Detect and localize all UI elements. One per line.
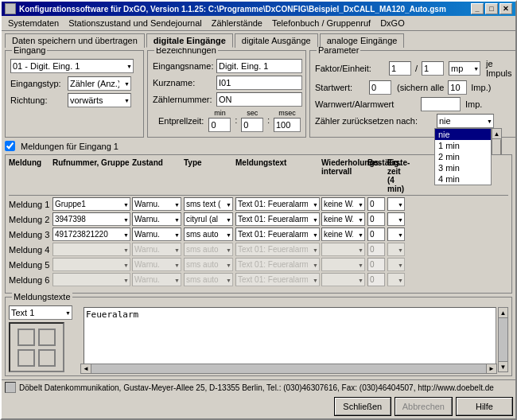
msg-wiederhol-select-5[interactable] [321,273,365,286]
msg-meldtext-0[interactable]: Text 01: Feueralarm [235,197,321,211]
msg-meldtext-3[interactable]: Text 01: Feueralarm [235,243,321,256]
msg-meldtext-select-5[interactable]: Text 01: Feueralarm [235,273,320,286]
zaehler-select[interactable]: nie 1 min 2 min 3 min 4 min [437,114,494,128]
msg-zustand-1[interactable]: Warnu. [132,212,184,226]
msg-wiederhol-select-2[interactable]: keine W. [321,228,365,241]
menu-zaehlerstande[interactable]: Zählerstände [207,17,267,29]
msg-type-select-2[interactable]: sms auto [184,228,233,241]
msg-best-input-2[interactable] [367,228,385,241]
abbrechen-button[interactable]: Abbrechen [395,398,452,415]
msg-ers-select-5[interactable] [387,273,405,286]
msg-wiederhol-4[interactable] [321,258,367,271]
msg-ers-2[interactable] [387,228,407,241]
msg-ers-select-4[interactable] [387,258,405,271]
msg-best-4[interactable] [367,258,387,271]
msg-rufnr-select-4[interactable] [52,258,130,271]
msg-type-select-5[interactable]: sms auto [184,273,233,286]
msg-ers-select-3[interactable] [387,243,405,256]
msg-wiederhol-select-3[interactable] [321,243,365,256]
minimize-button[interactable]: _ [471,3,484,14]
msg-type-5[interactable]: sms auto [184,273,235,286]
msg-zustand-5[interactable]: Warnu. [132,273,184,286]
faktor-input1[interactable] [389,61,411,76]
msg-wiederhol-1[interactable]: keine W. [321,212,367,226]
msg-zustand-4[interactable]: Warnu. [132,258,184,271]
msg-rufnr-select-3[interactable] [52,243,130,256]
richtung-select[interactable]: vorwärts [68,93,131,107]
scroll-thumb[interactable] [492,139,501,155]
msg-zustand-select-1[interactable]: Warnu. [132,212,181,226]
msg-meldtext-2[interactable]: Text 01: Feueralarm [235,228,321,241]
schliessen-button[interactable]: Schließen [335,398,391,415]
tab-daten-speichern[interactable]: Daten speichern und übertragen [5,33,145,48]
msg-wiederhol-2[interactable]: keine W. [321,228,367,241]
msg-type-select-0[interactable]: sms text ( [184,197,233,211]
scroll-up-btn[interactable]: ▲ [492,129,501,139]
msg-rufnr-0[interactable]: Gruppe1 [52,197,132,211]
msg-best-3[interactable] [367,243,387,256]
msg-ers-5[interactable] [387,273,407,286]
msg-type-select-3[interactable]: sms auto [184,243,233,256]
meldtext-textarea[interactable] [84,307,496,372]
sichern-alle-input[interactable] [448,80,467,95]
msg-best-5[interactable] [367,273,387,286]
eingangsname-input[interactable] [216,59,302,73]
msg-zustand-3[interactable]: Warnu. [132,243,184,256]
dropdown-3min[interactable]: 3 min [435,162,491,173]
maximize-button[interactable]: □ [485,3,498,14]
hscroll-right[interactable]: ► [486,364,496,373]
msg-rufnr-2[interactable]: 491723821220 [52,228,132,241]
faktor-unit-select[interactable]: mp [449,61,480,76]
msg-ers-select-0[interactable] [387,197,405,211]
msg-rufnr-4[interactable] [52,258,132,271]
msg-zustand-select-0[interactable]: Warnu. [132,197,181,211]
msg-ers-4[interactable] [387,258,407,271]
entprellzeit-msec-input[interactable] [274,118,301,132]
msg-best-0[interactable] [367,197,387,211]
zaehler-dropdown-popup[interactable]: nie 1 min 2 min 3 min 4 min [434,128,492,185]
msg-zustand-select-3[interactable]: Warnu. [132,243,181,256]
msg-meldtext-select-0[interactable]: Text 01: Feueralarm [235,197,320,211]
msg-wiederhol-3[interactable] [321,243,367,256]
entprellzeit-min-input[interactable] [208,118,231,132]
msg-wiederhol-0[interactable]: keine W. [321,197,367,211]
msg-rufnr-5[interactable] [52,273,132,286]
kurzname-input[interactable] [216,76,302,90]
msg-type-2[interactable]: sms auto [184,228,235,241]
msg-best-input-0[interactable] [367,197,385,211]
msg-zustand-select-4[interactable]: Warnu. [132,258,181,271]
msg-type-3[interactable]: sms auto [184,243,235,256]
tab-digitale-ausgange[interactable]: digitale Ausgänge [235,33,318,48]
msg-meldtext-select-3[interactable]: Text 01: Feueralarm [235,243,320,256]
msg-wiederhol-5[interactable] [321,273,367,286]
msg-wiederhol-select-1[interactable]: keine W. [321,212,365,226]
hscroll-left[interactable]: ◄ [81,364,91,373]
menu-stationszustand[interactable]: Stationszustand und Sendejournal [64,17,207,29]
msg-best-input-4[interactable] [367,258,385,271]
msg-meldtext-select-2[interactable]: Text 01: Feueralarm [235,228,320,241]
msg-type-select-4[interactable]: sms auto [184,258,233,271]
tab-analoge-eingange[interactable]: analoge Eingänge [320,33,405,48]
msg-zustand-0[interactable]: Warnu. [132,197,184,211]
msg-best-2[interactable] [367,228,387,241]
menu-telefonbuch[interactable]: Telefonbuch / Gruppenruf [267,17,375,29]
meldtext-scroll-up[interactable]: ▲ [499,308,507,318]
msg-zustand-select-2[interactable]: Warnu. [132,228,181,241]
entprellzeit-sec-input[interactable] [241,118,263,132]
faktor-input2[interactable] [422,61,444,76]
warnwert-input[interactable] [421,97,461,111]
msg-meldtext-select-4[interactable]: Text 01: Feueralarm [235,258,320,271]
msg-best-input-5[interactable] [367,273,385,286]
msg-rufnr-select-1[interactable]: 3947398 [52,212,130,226]
msg-best-input-3[interactable] [367,243,385,256]
msg-meldtext-select-1[interactable]: Text 01: Feueralarm [235,212,320,226]
menu-dxgo[interactable]: DxGO [375,17,410,29]
msg-ers-0[interactable] [387,197,407,211]
msg-wiederhol-select-4[interactable] [321,258,365,271]
hilfe-button[interactable]: Hilfe [457,398,512,415]
zaehlernummer-input[interactable] [216,92,302,107]
msg-ers-select-2[interactable] [387,228,405,241]
msg-meldtext-4[interactable]: Text 01: Feueralarm [235,258,321,271]
eingangstyp-select[interactable]: Zähler (Anz.) [68,76,131,91]
dropdown-nie[interactable]: nie [435,129,491,140]
